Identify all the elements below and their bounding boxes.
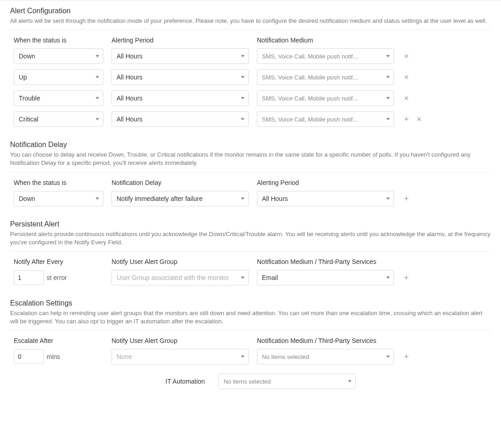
header-medium: Notification Medium [257,37,394,44]
section-title: Notification Delay [10,141,491,149]
remove-row-icon[interactable]: × [402,94,410,102]
status-select[interactable]: Up [14,69,103,85]
alert-config-headers: When the status is Alerting Period Notif… [10,37,491,44]
section-description: You can choose to delay and receive Down… [10,151,491,172]
medium-value: Email [262,274,381,281]
user-group-value: None [117,353,235,360]
chevron-down-icon [386,276,390,279]
section-title: Persistent Alert [10,220,491,228]
it-automation-label: IT Automation [165,378,205,385]
chevron-down-icon [241,276,245,279]
chevron-down-icon [241,76,245,79]
chevron-down-icon [96,118,99,121]
header-delay: Notification Delay [112,179,249,186]
chevron-down-icon [96,55,99,58]
add-row-icon[interactable]: + [402,195,410,203]
chevron-down-icon [241,97,245,100]
alert-config-row: Up All Hours SMS, Voice Call, Mobile pus… [10,69,491,85]
escalation-row: mins None No items selected + [10,349,491,364]
delay-value: Notify immediately after failure [117,195,235,202]
status-select[interactable]: Down [14,191,103,206]
section-title: Escalation Settings [10,299,491,307]
chevron-down-icon [348,380,352,383]
persistent-row: st error User Group associated with the … [10,270,491,285]
section-title: Alert Configuration [10,7,491,15]
medium-select[interactable]: SMS, Voice Call, Mobile push notif... [257,48,394,64]
section-description: Persistent alerts provide continuous not… [10,230,491,252]
header-group: Notify User Alert Group [112,337,249,344]
medium-select[interactable]: Email [257,270,394,285]
notif-delay-headers: When the status is Notification Delay Al… [10,179,491,186]
period-value: All Hours [117,95,235,102]
period-select[interactable]: All Hours [112,48,249,64]
alert-configuration-section: Alert Configuration All alerts will be s… [10,7,491,127]
chevron-down-icon [241,118,245,121]
header-medium: Notification Medium / Third-Party Servic… [257,337,394,344]
chevron-down-icon [386,76,390,79]
header-after: Notify After Every [14,258,103,265]
chevron-down-icon [241,55,245,58]
medium-select[interactable]: SMS, Voice Call, Mobile push notif... [257,90,394,106]
period-select[interactable]: All Hours [112,111,249,127]
medium-value: SMS, Voice Call, Mobile push notif... [262,95,381,102]
header-medium: Notification Medium / Third-Party Servic… [257,258,394,265]
period-select[interactable]: All Hours [112,90,249,106]
chevron-down-icon [241,197,245,200]
notification-delay-section: Notification Delay You can choose to del… [10,141,491,206]
alert-config-row: Down All Hours SMS, Voice Call, Mobile p… [10,48,491,64]
header-period: Alerting Period [112,37,249,44]
status-select[interactable]: Trouble [14,90,103,106]
chevron-down-icon [386,118,390,121]
status-value: Trouble [19,95,90,102]
remove-row-icon[interactable]: × [402,52,410,60]
add-row-icon[interactable]: + [402,274,410,282]
add-row-icon[interactable]: + [402,115,410,123]
chevron-down-icon [96,76,99,79]
escalation-settings-section: Escalation Settings Escalation can help … [10,299,491,389]
remove-row-icon[interactable]: × [402,73,410,81]
alert-config-row: Trouble All Hours SMS, Voice Call, Mobil… [10,90,491,106]
notif-delay-row: Down Notify immediately after failure Al… [10,191,491,206]
medium-value: SMS, Voice Call, Mobile push notif... [262,116,381,123]
delay-select[interactable]: Notify immediately after failure [112,191,249,206]
chevron-down-icon [96,97,99,100]
period-value: All Hours [117,53,235,60]
escalate-after-suffix: mins [47,353,60,360]
status-select[interactable]: Down [14,48,103,64]
it-automation-row: IT Automation No items selected [10,374,491,389]
user-group-value: User Group associated with the monitor [117,274,235,281]
medium-select[interactable]: SMS, Voice Call, Mobile push notif... [257,69,394,85]
chevron-down-icon [96,197,99,200]
status-value: Up [19,74,90,81]
period-value: All Hours [262,195,381,202]
escalate-after-input[interactable] [14,349,44,364]
remove-row-icon[interactable]: × [415,115,423,123]
status-value: Down [19,53,90,60]
chevron-down-icon [386,356,390,358]
status-value: Down [19,195,90,202]
user-group-select[interactable]: User Group associated with the monitor [112,270,249,285]
medium-value: SMS, Voice Call, Mobile push notif... [262,53,381,60]
section-description: Escalation can help in reminding user al… [10,309,491,331]
escalation-headers: Escalate After Notify User Alert Group N… [10,337,491,344]
notify-after-suffix: st error [47,274,67,281]
notify-after-input[interactable] [14,270,44,285]
medium-select[interactable]: SMS, Voice Call, Mobile push notif... [257,111,394,127]
persistent-alert-section: Persistent Alert Persistent alerts provi… [10,220,491,285]
chevron-down-icon [241,356,245,358]
add-row-icon[interactable]: + [402,353,410,361]
status-select[interactable]: Critical [14,111,103,127]
user-group-select[interactable]: None [112,349,249,364]
header-status: When the status is [14,37,103,44]
period-value: All Hours [117,74,235,81]
period-select[interactable]: All Hours [112,69,249,85]
medium-select[interactable]: No items selected [257,349,394,364]
chevron-down-icon [386,197,390,200]
chevron-down-icon [386,55,390,58]
it-automation-select[interactable]: No items selected [219,374,356,389]
section-description: All alerts will be sent through the noti… [10,17,491,30]
period-select[interactable]: All Hours [257,191,394,206]
header-status: When the status is [14,179,103,186]
status-value: Critical [19,116,90,123]
it-automation-value: No items selected [224,378,342,385]
